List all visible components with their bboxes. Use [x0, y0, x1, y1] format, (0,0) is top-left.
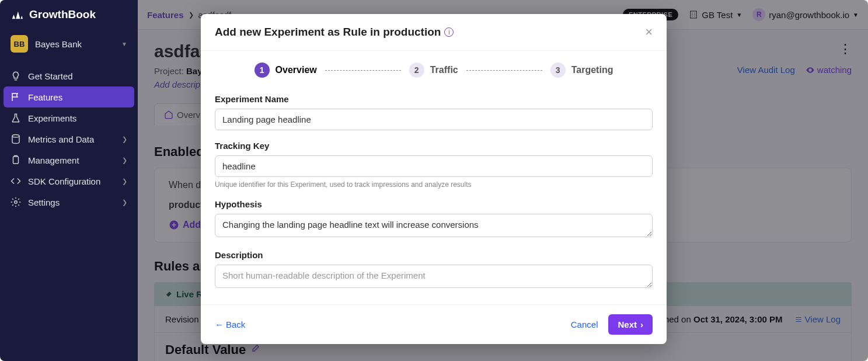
database-icon [11, 134, 21, 144]
nav-sdk[interactable]: SDK Configuration ❯ [4, 171, 134, 192]
info-icon[interactable]: i [444, 27, 454, 37]
step-overview[interactable]: 1 Overview [255, 63, 317, 78]
nav-label: Settings [28, 197, 60, 207]
step-label: Targeting [571, 65, 613, 75]
add-experiment-modal: Add new Experiment as Rule in production… [201, 14, 667, 344]
sidebar: GrowthBook BB Bayes Bank ▼ Get Started F… [0, 0, 138, 361]
modal-footer: ← Back Cancel Next › [201, 304, 667, 344]
chevron-right-icon: ❯ [122, 157, 127, 164]
nav-experiments[interactable]: Experiments [4, 107, 134, 129]
description-label: Description [215, 250, 653, 260]
nav-label: Get Started [28, 71, 73, 81]
tracking-key-hint: Unique identifier for this Experiment, u… [215, 180, 653, 189]
nav-label: Management [28, 155, 79, 165]
hypothesis-input[interactable] [215, 214, 653, 237]
arrow-left-icon: ← [215, 320, 224, 329]
modal-header: Add new Experiment as Rule in production… [201, 14, 667, 51]
step-number: 2 [409, 63, 424, 78]
flask-icon [11, 113, 21, 123]
chevron-right-icon: ❯ [122, 136, 127, 143]
next-button[interactable]: Next › [608, 314, 653, 335]
chevron-right-icon: ❯ [122, 199, 127, 206]
hypothesis-group: Hypothesis [215, 199, 653, 239]
nav-management[interactable]: Management ❯ [4, 150, 134, 171]
clipboard-icon [11, 155, 21, 165]
tracking-key-group: Tracking Key Unique identifier for this … [215, 141, 653, 189]
step-label: Overview [276, 65, 317, 75]
nav-label: Experiments [28, 113, 76, 123]
experiment-name-input[interactable] [215, 109, 653, 130]
nav-label: Features [28, 92, 62, 102]
modal-body: 1 Overview 2 Traffic 3 Targeting Experim… [201, 51, 667, 304]
tracking-key-input[interactable] [215, 155, 653, 177]
flag-icon [11, 92, 21, 102]
hypothesis-label: Hypothesis [215, 199, 653, 209]
logo-area[interactable]: GrowthBook [0, 0, 138, 29]
back-button[interactable]: ← Back [215, 320, 245, 329]
nav-label: Metrics and Data [28, 134, 94, 144]
growthbook-logo-icon [11, 8, 23, 21]
chevron-right-icon: ❯ [122, 178, 127, 185]
code-icon [11, 176, 21, 186]
step-number: 3 [550, 63, 566, 78]
next-label: Next [618, 320, 637, 329]
experiment-name-group: Experiment Name [215, 94, 653, 130]
nav-features[interactable]: Features [4, 86, 134, 107]
brand-name: GrowthBook [29, 8, 96, 21]
org-selector[interactable]: BB Bayes Bank ▼ [0, 29, 138, 63]
description-input[interactable] [215, 265, 653, 288]
nav-list: Get Started Features Experiments Metrics… [0, 63, 138, 215]
step-separator [325, 70, 401, 71]
step-targeting[interactable]: 3 Targeting [550, 63, 613, 78]
step-traffic[interactable]: 2 Traffic [409, 63, 458, 78]
svg-rect-1 [13, 157, 19, 164]
stepper: 1 Overview 2 Traffic 3 Targeting [215, 63, 653, 78]
back-label: Back [226, 320, 245, 329]
modal-title: Add new Experiment as Rule in production [215, 26, 441, 39]
step-label: Traffic [430, 65, 458, 75]
svg-point-2 [15, 201, 18, 204]
chevron-down-icon: ▼ [121, 41, 127, 47]
org-badge: BB [11, 35, 28, 53]
nav-get-started[interactable]: Get Started [4, 65, 134, 86]
chevron-right-icon: › [640, 320, 643, 329]
nav-metrics[interactable]: Metrics and Data ❯ [4, 129, 134, 150]
cancel-button[interactable]: Cancel [571, 320, 598, 329]
org-name: Bayes Bank [35, 39, 114, 49]
step-separator [466, 70, 542, 71]
nav-label: SDK Configuration [28, 176, 100, 186]
svg-point-0 [12, 135, 19, 138]
nav-settings[interactable]: Settings ❯ [4, 192, 134, 213]
close-button[interactable]: × [645, 25, 653, 40]
experiment-name-label: Experiment Name [215, 94, 653, 104]
lightbulb-icon [11, 71, 21, 81]
tracking-key-label: Tracking Key [215, 141, 653, 151]
gear-icon [11, 197, 21, 207]
description-group: Description [215, 250, 653, 290]
step-number: 1 [255, 63, 270, 78]
footer-right: Cancel Next › [571, 314, 653, 335]
